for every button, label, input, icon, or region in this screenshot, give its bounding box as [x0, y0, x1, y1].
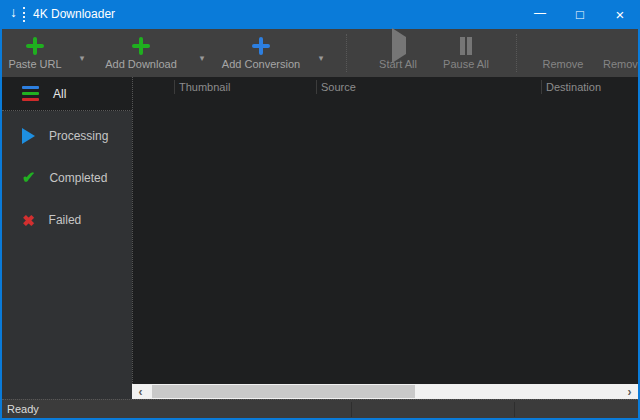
column-header-thumbnail: Thumbnail [179, 81, 230, 93]
column-header-destination: Destination [546, 81, 601, 93]
green-plus-icon [132, 37, 150, 55]
chevron-down-icon: ▾ [80, 53, 85, 63]
window-border [0, 29, 2, 420]
pause-icon [457, 37, 475, 55]
statusbar-separator [514, 402, 515, 417]
minimize-button[interactable]: — [520, 0, 560, 29]
scroll-left-arrow-icon[interactable]: ‹ [132, 384, 149, 399]
add-download-button[interactable]: Add Download [111, 29, 171, 77]
app-window: ↓ 4K Downloader — □ × Paste URL ▾ Add Do… [0, 0, 640, 420]
paste-url-button[interactable]: Paste URL [6, 29, 64, 77]
statusbar-separator [351, 402, 352, 417]
sidebar-item-completed[interactable]: ✔ Completed [2, 157, 132, 199]
paste-url-dropdown-button[interactable]: ▾ [72, 29, 92, 77]
statusbar: Ready [2, 399, 638, 418]
blue-plus-icon [252, 37, 270, 55]
add-conversion-dropdown-button[interactable]: ▾ [311, 29, 331, 77]
window-title: 4K Downloader [33, 7, 115, 21]
chevron-down-icon: ▾ [319, 53, 324, 63]
close-icon: × [616, 6, 625, 23]
filter-all-icon [22, 86, 39, 101]
toolbar-separator [346, 34, 347, 72]
sidebar-item-processing[interactable]: Processing [2, 115, 132, 157]
sidebar-item-all[interactable]: All [2, 77, 132, 111]
sidebar-item-failed[interactable]: ✖ Failed [2, 199, 132, 241]
column-header-source: Source [321, 81, 356, 93]
horizontal-scrollbar[interactable]: ‹ › [132, 384, 638, 399]
toolbar-separator [516, 34, 517, 72]
add-download-dropdown-button[interactable]: ▾ [192, 29, 212, 77]
column-separator [541, 80, 542, 94]
window-controls: — □ × [520, 0, 640, 29]
green-plus-icon [26, 37, 44, 55]
scrollbar-thumb[interactable] [152, 385, 415, 398]
pause-all-button[interactable]: Pause All [436, 29, 496, 77]
play-icon [392, 28, 406, 63]
toolbar: Paste URL ▾ Add Download ▾ Add Conversio… [0, 29, 640, 77]
column-separator [174, 80, 175, 94]
failed-cross-icon: ✖ [22, 213, 35, 228]
maximize-icon: □ [576, 7, 584, 22]
scroll-right-arrow-icon[interactable]: › [621, 384, 638, 399]
start-all-button[interactable]: Start All [370, 29, 426, 77]
remove-button[interactable]: Remove [532, 29, 594, 77]
column-separator [316, 80, 317, 94]
completed-check-icon: ✔ [22, 170, 35, 186]
status-message: Ready [7, 403, 39, 415]
chevron-down-icon: ▾ [200, 53, 205, 63]
download-list: Thumbnail Source Destination [132, 77, 638, 384]
add-conversion-button[interactable]: Add Conversion [226, 29, 296, 77]
app-logo-download-icon: ↓ [10, 7, 28, 22]
titlebar: ↓ 4K Downloader — □ × [0, 0, 640, 29]
sidebar: All Processing ✔ Completed ✖ Failed [2, 77, 132, 399]
remove-all-button[interactable]: Remove [603, 29, 640, 77]
close-button[interactable]: × [600, 0, 640, 29]
minimize-icon: — [534, 6, 546, 20]
processing-play-icon [22, 128, 35, 144]
maximize-button[interactable]: □ [560, 0, 600, 29]
